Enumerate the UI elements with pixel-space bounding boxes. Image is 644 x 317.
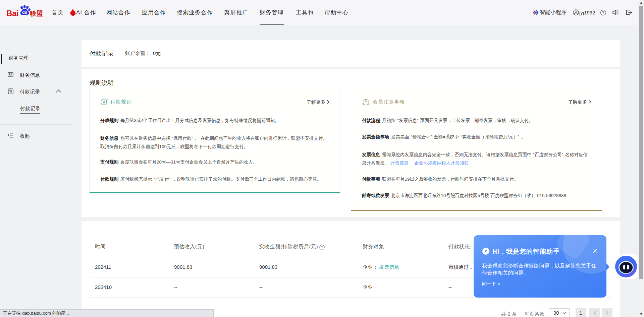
svg-text:du: du [22,10,27,15]
